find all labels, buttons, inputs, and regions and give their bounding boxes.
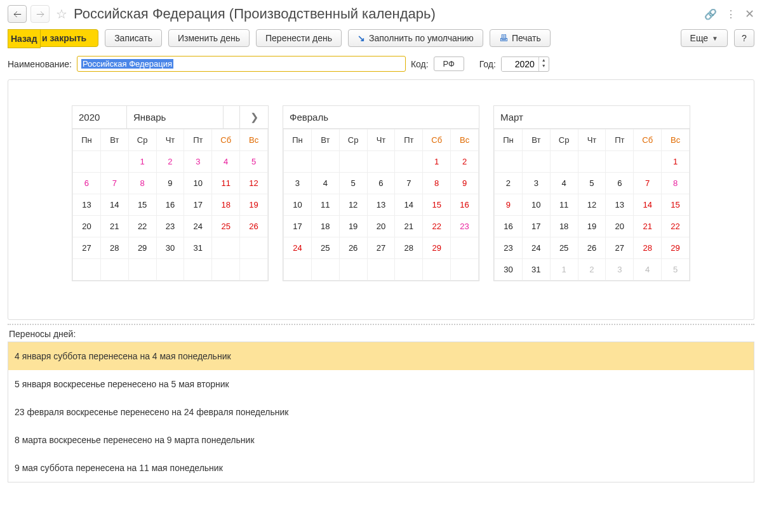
calendar-day[interactable]: 17 <box>522 216 550 237</box>
calendar-day[interactable]: 12 <box>339 194 367 216</box>
calendar-day[interactable]: 9 <box>451 173 479 194</box>
calendar-day[interactable]: 19 <box>578 216 606 237</box>
calendar-day[interactable]: 1 <box>662 151 690 173</box>
transfer-row[interactable]: 23 февраля воскресенье перенесено на 24 … <box>8 398 754 426</box>
change-day-button[interactable]: Изменить день <box>168 29 250 47</box>
calendar-day[interactable]: 25 <box>212 216 240 237</box>
calendar-day[interactable]: 1 <box>550 259 578 281</box>
calendar-day[interactable]: 2 <box>156 151 184 173</box>
help-button[interactable]: ? <box>734 29 754 47</box>
save-button[interactable]: Записать <box>105 29 162 47</box>
calendar-day[interactable]: 21 <box>100 216 128 237</box>
calendar-select[interactable] <box>224 106 240 128</box>
close-icon[interactable]: ✕ <box>745 7 754 21</box>
calendar-day[interactable]: 15 <box>128 194 156 216</box>
calendar-day[interactable]: 14 <box>395 194 423 216</box>
calendar-day[interactable]: 16 <box>156 194 184 216</box>
calendar-day[interactable]: 4 <box>550 173 578 194</box>
year-stepper[interactable]: ▲ ▼ <box>501 57 549 72</box>
move-day-button[interactable]: Перенести день <box>256 29 342 47</box>
calendar-day[interactable]: 25 <box>311 237 339 259</box>
calendar-day[interactable]: 3 <box>606 259 634 281</box>
calendar-day[interactable]: 28 <box>395 237 423 259</box>
calendar-day[interactable]: 13 <box>367 194 395 216</box>
calendar-day[interactable]: 15 <box>662 194 690 216</box>
calendar-day[interactable]: 3 <box>284 173 312 194</box>
code-input[interactable]: РФ <box>434 57 464 71</box>
calendar-day[interactable]: 17 <box>184 194 212 216</box>
back-overlay-button[interactable]: Назад <box>8 29 41 48</box>
calendar-day[interactable]: 22 <box>423 216 451 237</box>
calendar-day[interactable]: 15 <box>423 194 451 216</box>
calendar-day[interactable]: 24 <box>522 237 550 259</box>
calendar-day[interactable]: 11 <box>212 173 240 194</box>
calendar-day[interactable]: 9 <box>156 173 184 194</box>
transfer-row[interactable]: 8 марта воскресенье перенесено на 9 март… <box>8 426 754 454</box>
transfer-row[interactable]: 5 января воскресенье перенесено на 5 мая… <box>8 370 754 398</box>
calendar-day[interactable]: 18 <box>212 194 240 216</box>
calendar-day[interactable]: 2 <box>578 259 606 281</box>
calendar-day[interactable]: 20 <box>606 216 634 237</box>
calendar-day[interactable]: 24 <box>284 237 312 259</box>
calendar-day[interactable]: 21 <box>395 216 423 237</box>
calendar-day[interactable]: 8 <box>662 173 690 194</box>
calendar-day[interactable]: 1 <box>423 151 451 173</box>
calendar-day[interactable]: 4 <box>634 259 662 281</box>
calendar-day[interactable]: 20 <box>73 216 101 237</box>
calendar-year[interactable]: 2020 <box>72 106 127 128</box>
calendar-day[interactable]: 21 <box>634 216 662 237</box>
calendar-day[interactable]: 4 <box>212 151 240 173</box>
calendar-day[interactable]: 8 <box>423 173 451 194</box>
name-input[interactable]: Российская Федерация <box>77 56 406 72</box>
year-input[interactable] <box>502 57 538 71</box>
calendar-day[interactable]: 3 <box>522 173 550 194</box>
calendar-month[interactable]: Март <box>494 106 690 128</box>
calendar-day[interactable]: 31 <box>522 259 550 281</box>
year-down-icon[interactable]: ▼ <box>539 63 549 69</box>
calendar-day[interactable]: 11 <box>311 194 339 216</box>
calendar-day[interactable]: 1 <box>128 151 156 173</box>
calendar-day[interactable]: 14 <box>634 194 662 216</box>
calendar-day[interactable]: 6 <box>73 173 101 194</box>
calendar-next-icon[interactable]: ❯ <box>240 106 268 128</box>
calendar-day[interactable]: 10 <box>284 194 312 216</box>
calendar-day[interactable]: 27 <box>367 237 395 259</box>
calendar-day[interactable]: 26 <box>578 237 606 259</box>
calendar-day[interactable]: 10 <box>522 194 550 216</box>
calendar-day[interactable]: 27 <box>606 237 634 259</box>
calendar-day[interactable]: 23 <box>451 216 479 237</box>
calendar-day[interactable]: 13 <box>606 194 634 216</box>
calendar-day[interactable]: 19 <box>240 194 268 216</box>
favorite-star-icon[interactable]: ☆ <box>56 6 67 22</box>
more-button[interactable]: Еще ▼ <box>681 29 728 47</box>
calendar-day[interactable]: 22 <box>662 216 690 237</box>
nav-back-button[interactable]: 🡠 <box>8 5 27 23</box>
year-up-icon[interactable]: ▲ <box>539 57 549 63</box>
calendar-day[interactable]: 8 <box>128 173 156 194</box>
calendar-day[interactable]: 31 <box>184 237 212 259</box>
calendar-day[interactable]: 5 <box>662 259 690 281</box>
calendar-day[interactable]: 26 <box>339 237 367 259</box>
calendar-day[interactable]: 5 <box>240 151 268 173</box>
calendar-day[interactable]: 4 <box>311 173 339 194</box>
calendar-month[interactable]: Январь <box>127 106 224 128</box>
calendar-day[interactable]: 24 <box>184 216 212 237</box>
calendar-day[interactable]: 30 <box>495 259 523 281</box>
transfers-list[interactable]: 4 января суббота перенесена на 4 мая пон… <box>8 342 754 482</box>
calendar-day[interactable]: 27 <box>73 237 101 259</box>
calendar-day[interactable]: 30 <box>156 237 184 259</box>
calendar-day[interactable]: 10 <box>184 173 212 194</box>
calendar-day[interactable]: 5 <box>578 173 606 194</box>
calendar-day[interactable]: 23 <box>495 237 523 259</box>
calendar-day[interactable]: 17 <box>284 216 312 237</box>
calendar-day[interactable]: 16 <box>495 216 523 237</box>
calendar-day[interactable]: 28 <box>634 237 662 259</box>
calendar-day[interactable]: 12 <box>578 194 606 216</box>
calendar-day[interactable]: 29 <box>662 237 690 259</box>
calendar-day[interactable]: 14 <box>100 194 128 216</box>
calendar-day[interactable]: 3 <box>184 151 212 173</box>
calendar-day[interactable]: 7 <box>395 173 423 194</box>
calendar-month[interactable]: Февраль <box>283 106 479 128</box>
transfer-row[interactable]: 9 мая суббота перенесена на 11 мая понед… <box>8 454 754 482</box>
calendar-day[interactable]: 7 <box>634 173 662 194</box>
